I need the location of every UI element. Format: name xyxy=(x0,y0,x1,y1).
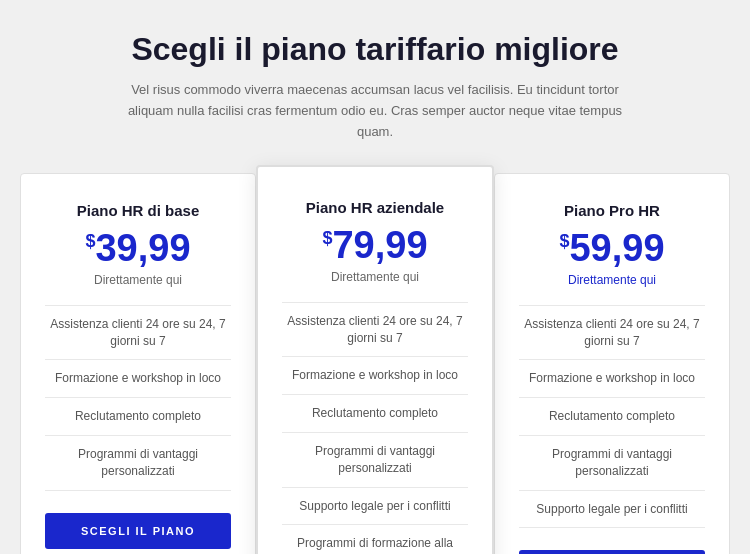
feature-item: Reclutamento completo xyxy=(519,398,705,436)
feature-item: Formazione e workshop in loco xyxy=(282,357,468,395)
feature-item: Supporto legale per i conflitti xyxy=(282,488,468,526)
price-symbol: $ xyxy=(85,231,95,251)
price-symbol: $ xyxy=(322,228,332,248)
plans-container: Piano HR di base $39,99 Direttamente qui… xyxy=(20,173,730,554)
feature-item: Assistenza clienti 24 ore su 24, 7 giorn… xyxy=(282,303,468,358)
plan-price: $59,99 xyxy=(519,229,705,267)
feature-item: Assistenza clienti 24 ore su 24, 7 giorn… xyxy=(45,306,231,361)
plan-features: Assistenza clienti 24 ore su 24, 7 giorn… xyxy=(519,305,705,529)
feature-item: Formazione e workshop in loco xyxy=(45,360,231,398)
feature-item: Programmi di vantaggi personalizzati xyxy=(519,436,705,491)
feature-item: Reclutamento completo xyxy=(282,395,468,433)
header: Scegli il piano tariffario migliore Vel … xyxy=(20,30,730,143)
plan-name: Piano Pro HR xyxy=(519,202,705,219)
plan-link[interactable]: Direttamente qui xyxy=(519,273,705,287)
select-plan-button[interactable]: SCEGLI IL PIANO xyxy=(45,513,231,549)
select-plan-button[interactable]: SCEGLI IL PIANO xyxy=(519,550,705,554)
feature-item: Programmi di vantaggi personalizzati xyxy=(282,433,468,488)
plan-card-base: Piano HR di base $39,99 Direttamente qui… xyxy=(20,173,256,554)
plan-price: $79,99 xyxy=(282,226,468,264)
feature-item: Reclutamento completo xyxy=(45,398,231,436)
plan-features: Assistenza clienti 24 ore su 24, 7 giorn… xyxy=(45,305,231,491)
page-title: Scegli il piano tariffario migliore xyxy=(20,30,730,68)
plan-card-pro: Piano Pro HR $59,99 Direttamente qui Ass… xyxy=(494,173,730,554)
feature-item: Programmi di formazione alla leadership xyxy=(282,525,468,554)
plan-price: $39,99 xyxy=(45,229,231,267)
feature-item: Supporto legale per i conflitti xyxy=(519,491,705,529)
feature-item: Programmi di vantaggi personalizzati xyxy=(45,436,231,491)
price-symbol: $ xyxy=(559,231,569,251)
plan-features: Assistenza clienti 24 ore su 24, 7 giorn… xyxy=(282,302,468,554)
plan-name: Piano HR aziendale xyxy=(282,199,468,216)
feature-item: Assistenza clienti 24 ore su 24, 7 giorn… xyxy=(519,306,705,361)
page-subtitle: Vel risus commodo viverra maecenas accum… xyxy=(125,80,625,142)
plan-name: Piano HR di base xyxy=(45,202,231,219)
feature-item: Formazione e workshop in loco xyxy=(519,360,705,398)
plan-link[interactable]: Direttamente qui xyxy=(45,273,231,287)
plan-link[interactable]: Direttamente qui xyxy=(282,270,468,284)
page-wrapper: Scegli il piano tariffario migliore Vel … xyxy=(20,30,730,554)
plan-card-aziendale: Piano HR aziendale $79,99 Direttamente q… xyxy=(256,165,494,554)
